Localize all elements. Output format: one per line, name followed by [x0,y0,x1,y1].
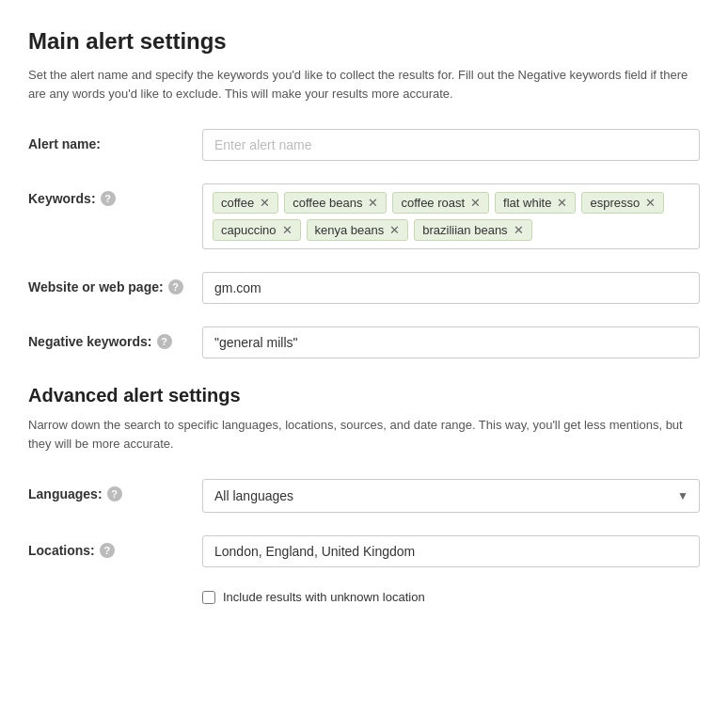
unknown-location-checkbox[interactable] [202,591,215,604]
languages-row: Languages: ? All languagesEnglishFrenchG… [28,479,700,513]
keyword-text: coffee roast [401,196,465,210]
keyword-text: espresso [590,196,640,210]
keywords-box[interactable]: coffee✕coffee beans✕coffee roast✕flat wh… [202,183,700,249]
keyword-remove-btn[interactable]: ✕ [514,224,524,236]
alert-name-field [202,129,700,161]
keywords-help-icon[interactable]: ? [101,191,116,206]
locations-row: Locations: ? [28,535,700,567]
keyword-text: kenya beans [315,223,385,237]
website-row: Website or web page: ? [28,272,700,304]
keyword-text: capuccino [221,223,277,237]
negative-keywords-label: Negative keywords: ? [28,326,202,349]
main-description: Set the alert name and specify the keywo… [28,66,700,103]
website-input[interactable] [202,272,700,304]
keyword-remove-btn[interactable]: ✕ [557,197,567,209]
locations-label: Locations: ? [28,535,202,558]
page-title: Main alert settings [28,28,700,55]
keyword-remove-btn[interactable]: ✕ [470,197,481,209]
keyword-tag: coffee✕ [213,192,278,214]
keyword-remove-btn[interactable]: ✕ [645,197,656,209]
keywords-row: Keywords: ? coffee✕coffee beans✕coffee r… [28,183,700,249]
website-help-icon[interactable]: ? [168,279,183,294]
keyword-tag: capuccino✕ [213,219,301,241]
keywords-field: coffee✕coffee beans✕coffee roast✕flat wh… [202,183,700,249]
website-label: Website or web page: ? [28,272,202,294]
alert-name-row: Alert name: [28,129,700,161]
keyword-remove-btn[interactable]: ✕ [282,224,293,236]
unknown-location-label: Include results with unknown location [223,590,425,604]
keyword-tag: coffee beans✕ [284,192,387,214]
keyword-tag: coffee roast✕ [392,192,489,214]
keyword-text: coffee [221,196,254,210]
keyword-remove-btn[interactable]: ✕ [389,224,400,236]
keyword-remove-btn[interactable]: ✕ [260,197,270,209]
keyword-text: coffee beans [293,196,362,210]
website-field [202,272,700,304]
keyword-tag: espresso✕ [581,192,664,214]
keyword-tag: flat white✕ [495,192,576,214]
alert-name-input[interactable] [202,129,700,161]
languages-select[interactable]: All languagesEnglishFrenchGermanSpanishI… [202,479,700,513]
negative-keywords-input[interactable] [202,326,700,358]
keyword-text: flat white [503,196,551,210]
negative-keywords-help-icon[interactable]: ? [157,334,172,349]
negative-keywords-row: Negative keywords: ? [28,326,700,358]
languages-label: Languages: ? [28,479,202,501]
languages-select-wrapper: All languagesEnglishFrenchGermanSpanishI… [202,479,700,513]
advanced-title: Advanced alert settings [28,385,700,406]
keyword-text: braziliian beans [422,223,507,237]
locations-help-icon[interactable]: ? [100,543,115,558]
keywords-label: Keywords: ? [28,183,202,206]
advanced-description: Narrow down the search to specific langu… [28,416,700,453]
keyword-tag: braziliian beans✕ [414,219,531,241]
keyword-tag: kenya beans✕ [307,219,409,241]
unknown-location-row: Include results with unknown location [28,590,700,604]
keyword-remove-btn[interactable]: ✕ [368,197,378,209]
languages-field: All languagesEnglishFrenchGermanSpanishI… [202,479,700,513]
languages-help-icon[interactable]: ? [107,486,122,501]
locations-field [202,535,700,567]
locations-input[interactable] [202,535,700,567]
alert-name-label: Alert name: [28,129,202,151]
negative-keywords-field [202,326,700,358]
